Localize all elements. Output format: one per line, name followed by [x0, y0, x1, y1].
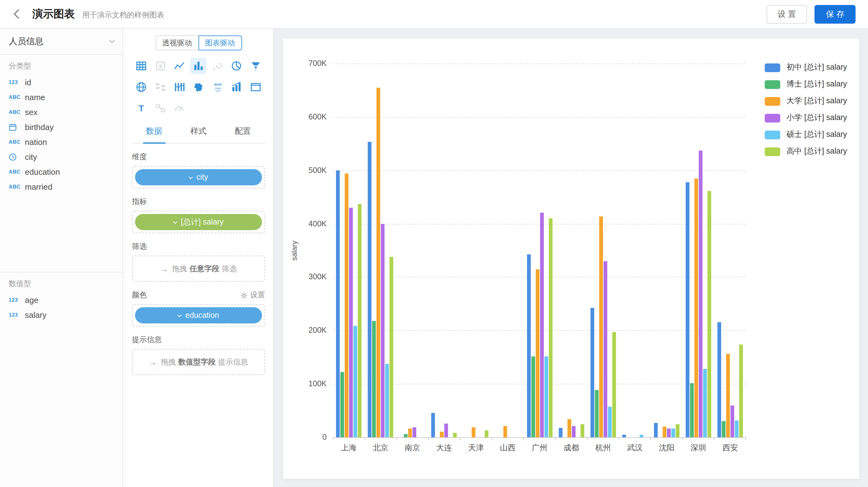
bar-chart-icon[interactable] [190, 58, 207, 74]
metric-pill-salary[interactable]: [总计] salary [135, 214, 262, 230]
bar[interactable] [590, 308, 594, 437]
bar[interactable] [622, 434, 626, 437]
legend-item[interactable]: 大学 [总计] salary [765, 96, 847, 106]
mode-tab-chart[interactable]: 图表驱动 [198, 35, 242, 51]
bar[interactable] [372, 321, 376, 437]
relation-chart-icon[interactable] [152, 100, 168, 116]
tooltip-drop-zone[interactable]: → 拖拽数值型字段提示信息 [132, 349, 265, 375]
iframe-chart-icon[interactable] [247, 79, 264, 95]
settings-button[interactable]: 设 置 [767, 5, 807, 23]
bar[interactable] [444, 423, 448, 437]
field-item-birthday[interactable]: birthday [0, 120, 123, 134]
sankey-chart-icon[interactable] [152, 79, 168, 95]
tab-config[interactable]: 配置 [221, 120, 265, 143]
bar[interactable] [571, 426, 575, 437]
bar[interactable] [722, 421, 725, 437]
bar[interactable] [404, 434, 408, 437]
bar[interactable] [349, 208, 353, 437]
bar[interactable] [608, 407, 611, 437]
bar[interactable] [690, 384, 694, 437]
field-item-nation[interactable]: ABCnation [0, 134, 123, 149]
bar[interactable] [440, 431, 444, 437]
bar[interactable] [699, 151, 703, 437]
bar[interactable] [385, 363, 389, 437]
bar[interactable] [485, 430, 489, 437]
bar[interactable] [432, 413, 435, 437]
back-button[interactable] [10, 6, 26, 22]
scatter-chart-icon[interactable] [209, 58, 225, 74]
color-drop-zone[interactable]: education [132, 304, 265, 327]
tab-data[interactable]: 数据 [132, 120, 177, 143]
text-chart-icon[interactable]: T [133, 100, 150, 116]
bar[interactable] [549, 218, 552, 437]
bar[interactable] [567, 419, 571, 437]
bar[interactable] [381, 224, 384, 437]
bar[interactable] [531, 357, 535, 437]
legend-item[interactable]: 博士 [总计] salary [765, 79, 847, 90]
bar[interactable] [408, 429, 412, 437]
parallel-chart-icon[interactable] [172, 79, 188, 95]
radar-chart-icon[interactable] [133, 79, 150, 95]
bar[interactable] [540, 213, 544, 437]
bar[interactable] [708, 191, 711, 437]
bar[interactable] [544, 357, 548, 437]
bar[interactable] [353, 326, 357, 437]
bar[interactable] [580, 424, 584, 437]
wordcloud-chart-icon[interactable]: wordcloudchart [209, 79, 225, 95]
bar[interactable] [639, 434, 643, 437]
bar[interactable] [412, 427, 416, 437]
field-item-education[interactable]: ABCeducation [0, 164, 123, 179]
save-button[interactable]: 保 存 [815, 5, 856, 23]
field-item-salary[interactable]: 123salary [0, 307, 123, 322]
bar[interactable] [472, 427, 476, 437]
scorecard-icon[interactable]: 8 [152, 58, 168, 74]
bar[interactable] [663, 427, 666, 437]
bar[interactable] [345, 173, 348, 437]
bar[interactable] [340, 372, 344, 437]
metric-drop-zone[interactable]: [总计] salary [132, 211, 265, 233]
legend-item[interactable]: 硕士 [总计] salary [765, 129, 847, 140]
pie-chart-icon[interactable] [228, 58, 245, 74]
bar[interactable] [453, 433, 457, 437]
bar[interactable] [703, 369, 707, 437]
bar[interactable] [558, 428, 562, 437]
legend-item[interactable]: 小学 [总计] salary [765, 112, 847, 123]
bar[interactable] [726, 354, 730, 437]
bar[interactable] [671, 429, 675, 437]
dimension-drop-zone[interactable]: city [132, 166, 265, 189]
bar-line-chart-icon[interactable] [228, 79, 245, 95]
dimension-pill-city[interactable]: city [135, 169, 262, 185]
bar[interactable] [368, 142, 371, 437]
color-settings-button[interactable]: 设置 [240, 290, 265, 300]
bar[interactable] [612, 332, 616, 437]
field-item-id[interactable]: 123id [0, 75, 123, 90]
bar[interactable] [731, 405, 734, 437]
bar[interactable] [686, 183, 689, 437]
bar[interactable] [535, 270, 539, 437]
table-chart-icon[interactable] [133, 58, 150, 74]
bar[interactable] [594, 390, 598, 437]
bar[interactable] [358, 204, 362, 437]
bar[interactable] [336, 170, 340, 437]
field-item-married[interactable]: ABCmarried [0, 179, 123, 194]
bar[interactable] [739, 344, 743, 437]
field-item-name[interactable]: ABCname [0, 90, 123, 104]
bar[interactable] [527, 255, 530, 437]
color-pill-education[interactable]: education [135, 307, 262, 323]
field-item-city[interactable]: city [0, 149, 123, 164]
bar[interactable] [654, 423, 658, 437]
field-item-sex[interactable]: ABCsex [0, 104, 123, 120]
bar[interactable] [390, 257, 393, 437]
bar[interactable] [735, 421, 739, 437]
map-chart-icon[interactable] [190, 79, 207, 95]
bar[interactable] [694, 179, 698, 437]
bar[interactable] [667, 429, 671, 437]
bar[interactable] [504, 426, 507, 437]
legend-item[interactable]: 高中 [总计] salary [765, 146, 847, 157]
funnel-chart-icon[interactable] [247, 58, 264, 74]
gauge-chart-icon[interactable] [172, 100, 188, 116]
bar[interactable] [676, 424, 679, 437]
bar[interactable] [376, 87, 380, 437]
filter-drop-zone[interactable]: → 拖拽任意字段筛选 [132, 256, 265, 282]
legend-item[interactable]: 初中 [总计] salary [765, 62, 847, 73]
